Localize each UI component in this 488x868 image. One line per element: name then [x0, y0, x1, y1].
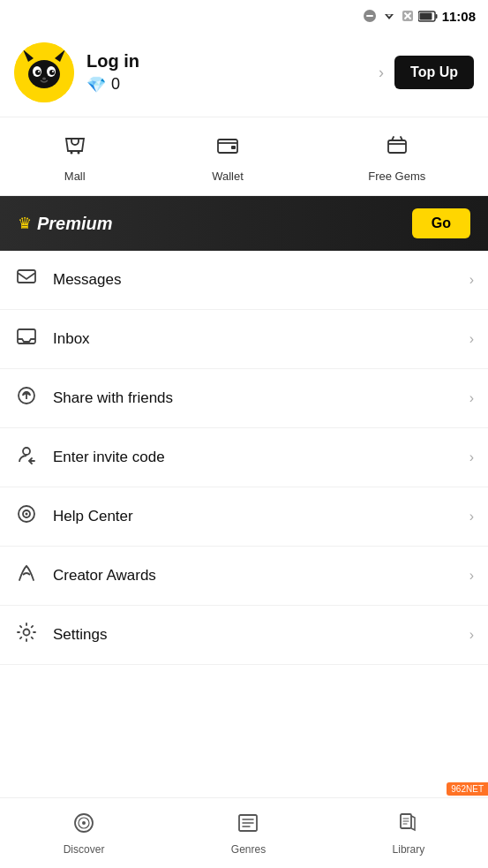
svg-point-21 — [70, 152, 72, 155]
help-center-label: Help Center — [53, 508, 455, 525]
svg-rect-8 — [435, 14, 437, 19]
svg-rect-25 — [388, 140, 406, 153]
svg-rect-26 — [18, 270, 35, 283]
status-icons: 11:08 — [363, 9, 476, 24]
menu-item-help-center[interactable]: Help Center › — [0, 487, 488, 547]
inbox-icon — [14, 326, 39, 352]
nav-library[interactable]: Library — [393, 811, 425, 856]
status-bar: 11:08 — [0, 0, 488, 32]
svg-point-33 — [24, 630, 30, 636]
quick-actions: Mall Wallet Free Gems — [0, 117, 488, 196]
discover-icon — [72, 811, 95, 840]
inbox-label: Inbox — [53, 330, 455, 348]
menu-item-settings[interactable]: Settings › — [0, 606, 488, 665]
mall-icon — [63, 133, 87, 164]
help-chevron-icon: › — [469, 509, 474, 525]
login-label[interactable]: Log in — [86, 51, 139, 72]
svg-point-17 — [49, 70, 55, 75]
svg-point-20 — [42, 78, 46, 80]
mall-label: Mall — [64, 170, 86, 183]
topup-button[interactable]: Top Up — [394, 56, 474, 89]
premium-banner[interactable]: ♛ Premium Go — [0, 196, 488, 251]
menu-item-share-friends[interactable]: Share with friends › — [0, 369, 488, 428]
library-icon — [397, 811, 420, 840]
svg-point-32 — [26, 513, 28, 516]
profile-right: › Top Up — [379, 56, 474, 89]
creator-icon — [14, 562, 39, 589]
avatar-svg — [14, 42, 74, 102]
dnd-icon — [363, 9, 377, 23]
menu-item-inbox[interactable]: Inbox › — [0, 310, 488, 369]
free-gems-label: Free Gems — [368, 170, 425, 183]
wifi-icon — [381, 9, 397, 23]
invite-icon — [14, 444, 39, 471]
svg-rect-24 — [231, 146, 236, 149]
profile-left: Log in 💎 0 — [14, 42, 139, 102]
settings-icon — [14, 622, 39, 648]
wallet-label: Wallet — [212, 170, 244, 183]
svg-point-18 — [38, 71, 40, 72]
gems-count: 0 — [111, 75, 120, 94]
battery-icon — [418, 11, 438, 22]
bottom-nav: Discover Genres Library — [0, 797, 488, 868]
creator-chevron-icon: › — [469, 568, 474, 584]
svg-point-11 — [28, 60, 60, 88]
nav-genres[interactable]: Genres — [231, 811, 266, 856]
nav-discover[interactable]: Discover — [64, 811, 105, 856]
watermark: 962NET — [447, 782, 488, 796]
library-label: Library — [393, 843, 425, 856]
creator-awards-label: Creator Awards — [53, 567, 455, 585]
wallet-icon — [215, 133, 240, 164]
svg-point-16 — [35, 70, 41, 75]
menu-list: Messages › Inbox › Share with friends › — [0, 251, 488, 665]
header-chevron-icon: › — [379, 64, 384, 82]
signal-icon — [402, 10, 414, 22]
help-icon — [14, 503, 39, 530]
crown-icon: ♛ — [18, 214, 32, 233]
svg-rect-1 — [366, 15, 373, 17]
menu-item-invite-code[interactable]: Enter invite code › — [0, 428, 488, 487]
messages-label: Messages — [53, 271, 455, 289]
genres-label: Genres — [231, 843, 266, 856]
profile-header: Log in 💎 0 › Top Up — [0, 32, 488, 117]
free-gems-icon — [385, 133, 409, 164]
share-chevron-icon: › — [469, 390, 474, 406]
share-icon — [14, 385, 39, 411]
messages-icon — [14, 267, 39, 293]
settings-label: Settings — [53, 626, 455, 644]
discover-label: Discover — [64, 843, 105, 856]
quick-action-wallet[interactable]: Wallet — [212, 133, 244, 183]
share-friends-label: Share with friends — [53, 389, 455, 407]
profile-info: Log in 💎 0 — [86, 51, 139, 94]
quick-action-mall[interactable]: Mall — [63, 133, 87, 183]
svg-point-22 — [77, 152, 79, 155]
avatar[interactable] — [14, 42, 74, 102]
gem-icon: 💎 — [86, 75, 106, 94]
svg-point-19 — [52, 71, 54, 72]
menu-item-messages[interactable]: Messages › — [0, 251, 488, 310]
premium-label: Premium — [37, 214, 113, 234]
messages-chevron-icon: › — [469, 272, 474, 288]
svg-point-29 — [23, 448, 30, 455]
quick-action-free-gems[interactable]: Free Gems — [368, 133, 425, 183]
invite-chevron-icon: › — [469, 449, 474, 465]
gems-row: 💎 0 — [86, 75, 139, 94]
svg-point-35 — [82, 821, 86, 825]
inbox-chevron-icon: › — [469, 331, 474, 347]
settings-chevron-icon: › — [469, 627, 474, 643]
status-time: 11:08 — [442, 9, 476, 24]
genres-icon — [236, 811, 259, 840]
menu-item-creator-awards[interactable]: Creator Awards › — [0, 547, 488, 606]
invite-code-label: Enter invite code — [53, 449, 455, 466]
premium-go-button[interactable]: Go — [412, 208, 470, 238]
premium-left: ♛ Premium — [18, 214, 113, 234]
svg-rect-9 — [419, 12, 432, 19]
